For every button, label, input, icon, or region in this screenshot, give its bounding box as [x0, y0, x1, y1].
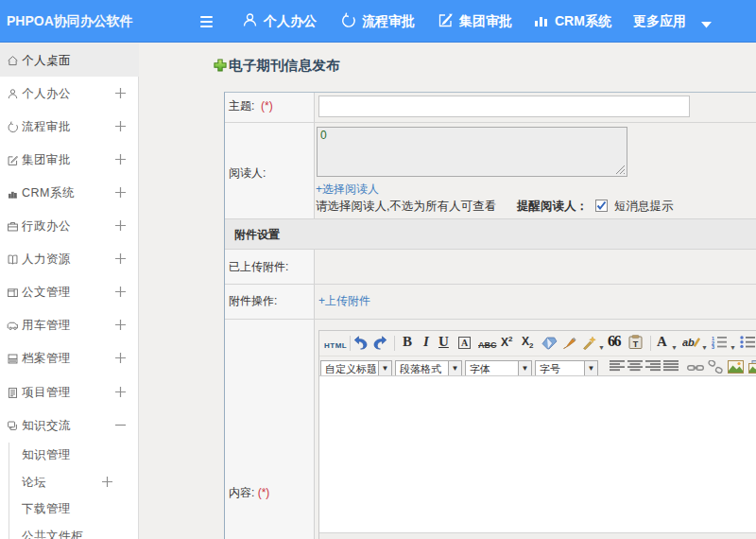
svg-text:3: 3 — [712, 344, 714, 349]
svg-text:ab: ab — [682, 337, 695, 348]
svg-text:T: T — [633, 339, 639, 349]
